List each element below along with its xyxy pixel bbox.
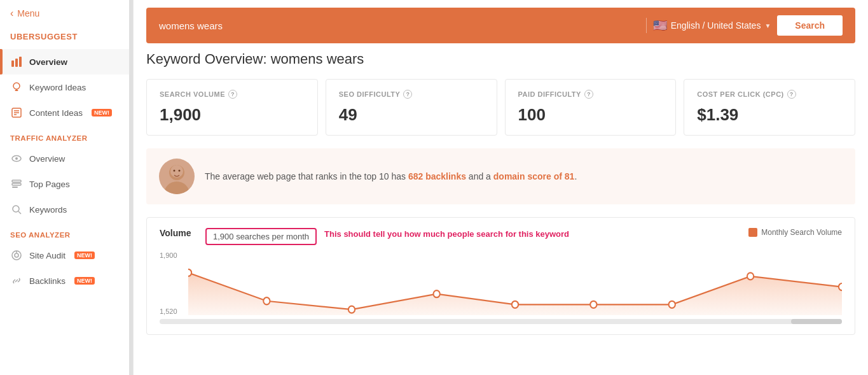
content-icon — [10, 106, 23, 119]
top-pages-label: Top Pages — [29, 180, 70, 189]
svg-point-27 — [348, 306, 355, 313]
svg-rect-12 — [12, 180, 21, 182]
seo-difficulty-info-icon[interactable]: ? — [403, 90, 412, 99]
insight-text: The average web page that ranks in the t… — [205, 170, 577, 183]
chart-scrollbar-thumb[interactable] — [791, 319, 842, 324]
language-selector[interactable]: 🇺🇸 English / United States ▼ — [653, 18, 771, 32]
svg-rect-1 — [15, 59, 18, 67]
svg-point-18 — [15, 253, 18, 257]
stat-card-cpc: COST PER CLICK (CPC) ? $1.39 — [684, 79, 855, 136]
cpc-info-icon[interactable]: ? — [787, 90, 796, 99]
svg-rect-2 — [19, 57, 22, 67]
bulb-icon — [10, 81, 23, 94]
chart-svg — [188, 251, 842, 315]
svg-point-11 — [15, 157, 18, 160]
seo-analyzer-section-title: SEO ANALYZER — [0, 222, 133, 243]
stat-card-paid-difficulty: PAID DIFFICULTY ? 100 — [505, 79, 677, 136]
site-audit-label: Site Audit — [29, 251, 65, 260]
site-audit-badge: NEW! — [74, 251, 95, 259]
brand-label: UBERSUGGEST — [0, 27, 133, 49]
sidebar-content-ideas-label: Content Ideas — [29, 108, 83, 118]
stat-card-seo-difficulty: SEO DIFFICULTY ? 49 — [326, 79, 497, 136]
svg-rect-13 — [12, 183, 21, 185]
sidebar-item-keywords[interactable]: Keywords — [0, 197, 133, 222]
stat-label-search-volume: SEARCH VOLUME ? — [160, 90, 305, 99]
svg-point-31 — [669, 301, 675, 308]
svg-point-32 — [747, 272, 754, 279]
svg-point-3 — [13, 83, 20, 89]
chart-area: 1,900 1,520 — [160, 251, 842, 315]
insight-text-middle: and a — [466, 171, 493, 181]
stat-value-cpc: $1.39 — [697, 105, 842, 125]
insight-domain-score: domain score of 81 — [493, 171, 575, 181]
sidebar-scrollbar[interactable] — [129, 0, 133, 375]
menu-back-button[interactable]: ‹ Menu — [0, 0, 133, 27]
traffic-analyzer-section-title: TRAFFIC ANALYZER — [0, 125, 133, 146]
y-label-bottom: 1,520 — [160, 308, 177, 315]
svg-point-24 — [179, 170, 181, 172]
ta-overview-label: Overview — [29, 154, 65, 164]
svg-point-15 — [13, 206, 19, 212]
flag-icon: 🇺🇸 — [653, 18, 667, 32]
paid-difficulty-info-icon[interactable]: ? — [584, 90, 593, 99]
svg-line-16 — [18, 211, 21, 214]
stat-label-seo-difficulty: SEO DIFFICULTY ? — [339, 90, 484, 99]
chart-icon — [10, 55, 23, 68]
svg-point-33 — [839, 283, 842, 290]
pages-icon — [10, 178, 23, 190]
sidebar-item-site-audit[interactable]: Site Audit NEW! — [0, 243, 133, 268]
svg-point-23 — [174, 170, 176, 172]
page-title-keyword: womens wears — [271, 51, 364, 67]
keywords-icon — [10, 203, 23, 216]
stat-label-cpc: COST PER CLICK (CPC) ? — [697, 90, 842, 99]
chevron-down-icon: ▼ — [764, 22, 771, 29]
svg-point-30 — [590, 301, 596, 308]
backlinks-badge: NEW! — [74, 277, 95, 285]
search-input[interactable] — [159, 20, 640, 31]
link-icon — [10, 274, 23, 287]
keywords-label: Keywords — [29, 205, 67, 215]
page-title-prefix: Keyword Overview: — [146, 51, 267, 67]
menu-back-label: Menu — [17, 8, 39, 18]
search-divider — [646, 18, 647, 33]
backlinks-label: Backlinks — [29, 276, 65, 286]
svg-point-28 — [434, 290, 440, 297]
stat-value-search-volume: 1,900 — [160, 105, 305, 125]
search-volume-info-icon[interactable]: ? — [228, 90, 237, 99]
insight-box: The average web page that ranks in the t… — [146, 148, 855, 204]
content-ideas-badge: NEW! — [92, 109, 112, 117]
chart-title: Volume — [160, 228, 198, 238]
sidebar-keyword-ideas-label: Keyword Ideas — [29, 83, 86, 92]
chart-y-labels: 1,900 1,520 — [160, 251, 177, 315]
stat-value-seo-difficulty: 49 — [339, 105, 484, 125]
y-label-top: 1,900 — [160, 251, 177, 259]
avatar — [159, 159, 195, 194]
stat-label-paid-difficulty: PAID DIFFICULTY ? — [518, 90, 663, 99]
svg-rect-14 — [12, 187, 18, 188]
sidebar-item-keyword-ideas[interactable]: Keyword Ideas — [0, 74, 133, 100]
sidebar-item-backlinks[interactable]: Backlinks NEW! — [0, 268, 133, 294]
svg-point-20 — [164, 181, 189, 194]
sidebar-item-ta-overview[interactable]: Overview — [0, 146, 133, 171]
lang-label: English / United States — [671, 20, 761, 31]
stat-value-paid-difficulty: 100 — [518, 105, 663, 125]
insight-text-after: . — [574, 171, 577, 181]
svg-point-25 — [188, 269, 191, 276]
search-bar: 🇺🇸 English / United States ▼ Search — [146, 8, 855, 43]
chart-legend: Monthly Search Volume — [748, 228, 842, 237]
chart-scrollbar-track[interactable] — [160, 319, 842, 324]
sidebar-item-overview[interactable]: Overview — [0, 49, 133, 74]
chevron-left-icon: ‹ — [10, 8, 13, 19]
legend-square — [748, 228, 757, 237]
page-title: Keyword Overview: womens wears — [146, 51, 855, 67]
chart-annotation: This should tell you how much people sea… — [324, 228, 741, 239]
insight-text-before: The average web page that ranks in the t… — [205, 171, 408, 181]
sidebar-item-top-pages[interactable]: Top Pages — [0, 171, 133, 197]
volume-badge: 1,900 searches per month — [205, 228, 317, 245]
svg-point-29 — [512, 301, 518, 308]
svg-point-22 — [170, 165, 183, 178]
stats-row: SEARCH VOLUME ? 1,900 SEO DIFFICULTY ? 4… — [146, 79, 855, 136]
sidebar-item-content-ideas[interactable]: Content Ideas NEW! — [0, 100, 133, 125]
search-button[interactable]: Search — [777, 15, 843, 36]
content-area: Keyword Overview: womens wears SEARCH VO… — [134, 51, 868, 348]
